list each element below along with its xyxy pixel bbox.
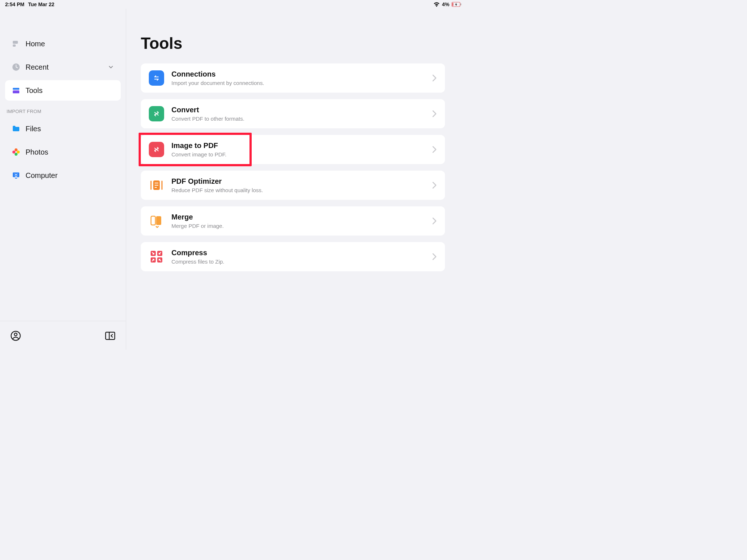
svg-rect-3 — [13, 41, 18, 44]
status-bar: 2:54 PM Tue Mar 22 4% — [0, 0, 467, 9]
collapse-sidebar-icon[interactable] — [105, 330, 116, 341]
home-icon — [12, 39, 20, 48]
compress-icon — [149, 249, 164, 264]
svg-rect-4 — [13, 44, 16, 47]
sidebar-item-photos[interactable]: Photos — [5, 142, 121, 162]
sidebar-item-label: Recent — [26, 63, 49, 71]
main: Tools Connections Import your document b… — [126, 9, 467, 350]
sidebar-item-computer[interactable]: Computer — [5, 165, 121, 186]
photos-icon — [12, 148, 20, 156]
connections-icon — [149, 70, 164, 86]
tool-connections[interactable]: Connections Import your document by conn… — [141, 63, 445, 93]
tool-merge[interactable]: Merge Merge PDF or image. — [141, 206, 445, 236]
clock-icon — [12, 63, 20, 71]
optimizer-icon — [149, 178, 164, 193]
tool-compress[interactable]: Compress Compress files to Zip. — [141, 242, 445, 271]
svg-rect-23 — [156, 216, 161, 225]
sidebar-item-label: Photos — [26, 148, 48, 156]
profile-icon[interactable] — [10, 330, 21, 341]
tool-pdf-optimizer[interactable]: PDF Optimizer Reduce PDF size without qu… — [141, 171, 445, 200]
tool-convert[interactable]: Convert Convert PDF to other formats. — [141, 99, 445, 128]
sidebar-item-home[interactable]: Home — [5, 34, 121, 54]
svg-rect-16 — [106, 332, 115, 339]
svg-point-11 — [12, 151, 15, 153]
sidebar-item-label: Home — [26, 40, 45, 48]
chevron-right-icon — [432, 182, 437, 189]
sidebar: Home Recent Tools IMPORT FROM — [0, 9, 126, 350]
computer-icon — [12, 171, 20, 180]
sidebar-item-label: Files — [26, 125, 41, 133]
page-title: Tools — [141, 34, 445, 52]
battery-percent: 4% — [442, 1, 449, 7]
svg-rect-2 — [461, 4, 461, 5]
wifi-icon — [433, 2, 440, 7]
svg-point-10 — [15, 153, 18, 156]
chevron-right-icon — [432, 74, 437, 82]
chevron-down-icon — [108, 64, 114, 70]
sidebar-item-recent[interactable]: Recent — [5, 57, 121, 77]
svg-rect-1 — [452, 3, 453, 6]
sidebar-item-label: Computer — [26, 171, 58, 180]
tool-image-to-pdf[interactable]: Image to PDF Convert image to PDF. — [141, 135, 445, 164]
sidebar-footer — [0, 321, 126, 350]
image-to-pdf-icon — [149, 142, 164, 157]
chevron-right-icon — [432, 253, 437, 260]
sidebar-item-files[interactable]: Files — [5, 118, 121, 139]
svg-point-9 — [17, 151, 20, 153]
merge-icon — [149, 213, 164, 229]
sidebar-item-tools[interactable]: Tools — [5, 80, 121, 101]
sidebar-item-label: Tools — [26, 86, 43, 95]
svg-point-15 — [14, 333, 17, 336]
svg-rect-22 — [151, 216, 155, 225]
svg-rect-13 — [15, 178, 17, 179]
status-date: Tue Mar 22 — [28, 1, 54, 7]
chevron-right-icon — [432, 146, 437, 153]
tools-icon — [12, 86, 20, 95]
battery-icon — [452, 2, 462, 7]
svg-point-8 — [15, 148, 18, 151]
tool-list: Connections Import your document by conn… — [141, 63, 445, 271]
convert-icon — [149, 106, 164, 121]
svg-rect-7 — [13, 90, 19, 93]
svg-rect-6 — [13, 88, 19, 90]
chevron-right-icon — [432, 217, 437, 225]
folder-icon — [12, 124, 20, 133]
section-label: IMPORT FROM — [0, 104, 126, 116]
status-time: 2:54 PM — [5, 1, 24, 7]
chevron-right-icon — [432, 110, 437, 117]
